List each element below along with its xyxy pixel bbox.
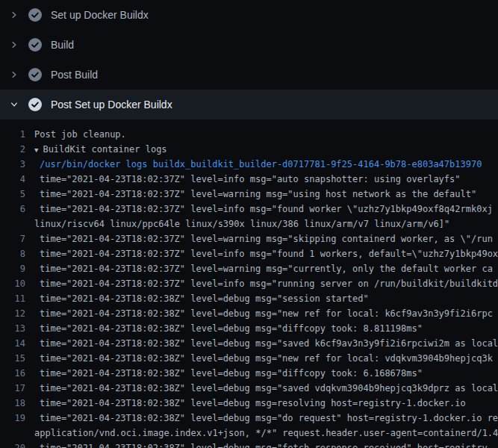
group-collapse-icon[interactable]: ▼ [34, 143, 38, 157]
log-line: 7 time="2021-04-23T18:02:37Z" level=warn… [0, 231, 498, 246]
log-text: time="2021-04-23T18:02:38Z" level=debug … [25, 336, 498, 351]
line-number[interactable]: 17 [0, 381, 25, 396]
line-number[interactable]: 11 [0, 291, 25, 306]
section-set-up-docker-buildx[interactable]: Set up Docker Buildx [0, 0, 498, 30]
log-container: 1 Post job cleanup. 2 ▼ BuildKit contain… [0, 119, 498, 448]
log-text: time="2021-04-23T18:02:37Z" level=warnin… [25, 187, 476, 202]
log-line: 18 time="2021-04-23T18:02:38Z" level=deb… [0, 396, 498, 411]
section-title: Set up Docker Buildx [51, 9, 149, 21]
log-line: 8 time="2021-04-23T18:02:37Z" level=info… [0, 246, 498, 261]
line-number[interactable]: 16 [0, 366, 25, 381]
log-command-text: /usr/bin/docker logs buildx_buildkit_bui… [25, 157, 482, 172]
line-number [0, 217, 25, 231]
section-post-build[interactable]: Post Build [0, 60, 498, 90]
log-line: 9 time="2021-04-23T18:02:37Z" level=warn… [0, 261, 498, 276]
log-text: time="2021-04-23T18:02:38Z" level=debug … [25, 381, 498, 396]
log-text: time="2021-04-23T18:02:38Z" level=debug … [25, 441, 493, 448]
line-number[interactable]: 5 [0, 187, 25, 202]
check-circle-icon [28, 98, 42, 111]
chevron-right-icon [9, 40, 19, 50]
log-line: 13 time="2021-04-23T18:02:38Z" level=deb… [0, 321, 498, 336]
log-line: 11 time="2021-04-23T18:02:38Z" level=deb… [0, 291, 498, 306]
log-line: 15 time="2021-04-23T18:02:38Z" level=deb… [0, 351, 498, 366]
check-circle-icon [28, 68, 42, 81]
log-line: 17 time="2021-04-23T18:02:38Z" level=deb… [0, 381, 498, 396]
log-text: time="2021-04-23T18:02:37Z" level=info m… [25, 172, 461, 187]
log-text: time="2021-04-23T18:02:38Z" level=debug … [25, 411, 498, 426]
log-line: 12 time="2021-04-23T18:02:38Z" level=deb… [0, 306, 498, 321]
log-line: 1 Post job cleanup. [0, 127, 498, 142]
line-number[interactable]: 10 [0, 276, 25, 291]
line-number[interactable]: 19 [0, 411, 25, 426]
line-number[interactable]: 6 [0, 202, 25, 217]
log-group-title: BuildKit container logs [43, 142, 166, 157]
log-text: time="2021-04-23T18:02:38Z" level=debug … [25, 321, 423, 336]
line-number[interactable]: 8 [0, 246, 25, 261]
check-circle-icon [28, 8, 42, 22]
log-line: 20 time="2021-04-23T18:02:38Z" level=deb… [0, 441, 498, 448]
log-text: time="2021-04-23T18:02:38Z" level=debug … [25, 351, 493, 366]
log-text: time="2021-04-23T18:02:38Z" level=debug … [25, 306, 493, 321]
log-text: application/vnd.oci.image.index.v1+json,… [25, 426, 498, 441]
log-text: time="2021-04-23T18:02:37Z" level=warnin… [25, 231, 493, 246]
line-number[interactable]: 12 [0, 306, 25, 321]
log-text: time="2021-04-23T18:02:37Z" level=info m… [25, 276, 498, 291]
line-number[interactable]: 20 [0, 441, 25, 448]
log-line: 4 time="2021-04-23T18:02:37Z" level=info… [0, 172, 498, 187]
line-number[interactable]: 13 [0, 321, 25, 336]
log-text: time="2021-04-23T18:02:38Z" level=debug … [25, 396, 466, 411]
chevron-down-icon [9, 99, 19, 110]
line-number[interactable]: 2 [0, 142, 25, 157]
line-number[interactable]: 1 [0, 127, 25, 142]
line-number[interactable]: 4 [0, 172, 25, 187]
log-line: 3 /usr/bin/docker logs buildx_buildkit_b… [0, 157, 498, 172]
log-text: time="2021-04-23T18:02:38Z" level=debug … [25, 291, 369, 306]
line-number [0, 426, 25, 441]
line-number[interactable]: 7 [0, 231, 25, 246]
line-number[interactable]: 14 [0, 336, 25, 351]
log-line: 14 time="2021-04-23T18:02:38Z" level=deb… [0, 336, 498, 351]
log-line-wrap: linux/riscv64 linux/ppc64le linux/s390x … [0, 217, 498, 231]
steps-list: Set up Docker Buildx Build Post Build Po… [0, 0, 498, 119]
log-text: Post job cleanup. [25, 127, 126, 142]
log-line: 6 time="2021-04-23T18:02:37Z" level=info… [0, 202, 498, 217]
log-text: time="2021-04-23T18:02:37Z" level=info m… [25, 202, 493, 217]
log-text: time="2021-04-23T18:02:37Z" level=warnin… [25, 261, 493, 276]
section-title: Post Set up Docker Buildx [51, 99, 172, 111]
log-line: 19 time="2021-04-23T18:02:38Z" level=deb… [0, 411, 498, 426]
line-number[interactable]: 9 [0, 261, 25, 276]
section-title: Build [51, 39, 74, 51]
log-text: linux/riscv64 linux/ppc64le linux/s390x … [25, 217, 449, 231]
check-circle-icon [28, 38, 42, 52]
log-line: 10 time="2021-04-23T18:02:37Z" level=inf… [0, 276, 498, 291]
section-build[interactable]: Build [0, 30, 498, 60]
log-text: time="2021-04-23T18:02:37Z" level=info m… [25, 246, 498, 261]
chevron-right-icon [9, 10, 19, 20]
chevron-right-icon [9, 69, 19, 80]
line-number[interactable]: 3 [0, 157, 25, 172]
line-number[interactable]: 15 [0, 351, 25, 366]
log-line-group: 2 ▼ BuildKit container logs [0, 142, 498, 157]
log-line: 16 time="2021-04-23T18:02:38Z" level=deb… [0, 366, 498, 381]
section-post-set-up-docker-buildx[interactable]: Post Set up Docker Buildx [0, 90, 498, 119]
line-number[interactable]: 18 [0, 396, 25, 411]
section-title: Post Build [51, 69, 98, 81]
log-line: 5 time="2021-04-23T18:02:37Z" level=warn… [0, 187, 498, 202]
log-text: time="2021-04-23T18:02:38Z" level=debug … [25, 366, 423, 381]
log-line-wrap: application/vnd.oci.image.index.v1+json,… [0, 426, 498, 441]
